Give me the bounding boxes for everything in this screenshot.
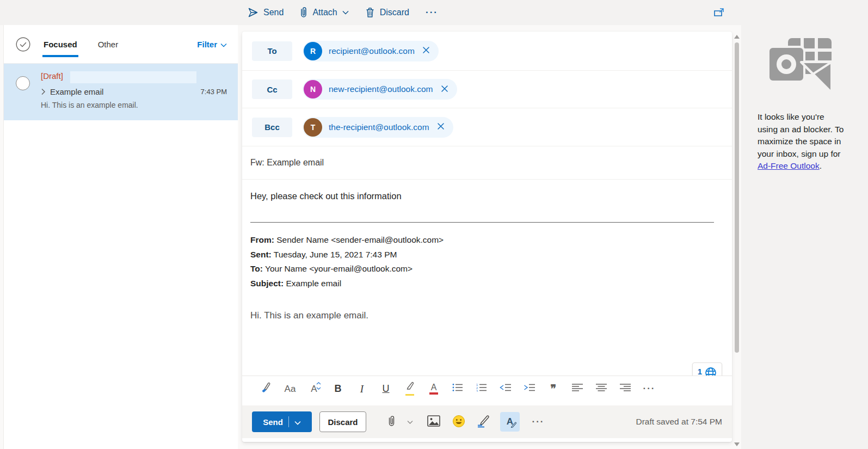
message-preview: Hi. This is an example email. <box>41 99 227 112</box>
font-color-swatch <box>429 392 438 395</box>
remove-recipient-button[interactable] <box>422 46 430 56</box>
discard-button-label: Discard <box>328 417 358 427</box>
italic-button[interactable]: I <box>350 379 374 398</box>
decrease-indent-icon <box>500 383 512 395</box>
split-button-divider <box>288 416 289 427</box>
paperclip-icon <box>388 415 395 429</box>
discard-command-label: Discard <box>380 8 409 17</box>
recipient-chip-to[interactable]: R recipient@outlook.com <box>303 41 439 61</box>
remove-recipient-button[interactable] <box>437 122 445 132</box>
quoted-sent-line: Sent: Tuesday, June 15, 2021 7:43 PM <box>250 248 444 262</box>
popout-icon <box>713 11 724 20</box>
circle-check-icon <box>16 45 30 53</box>
discard-button[interactable]: Discard <box>319 411 366 432</box>
outlook-ad-logo-icon <box>767 37 868 96</box>
chevron-down-icon <box>342 10 349 15</box>
font-button[interactable]: Aa <box>278 379 302 398</box>
tab-focused-label: Focused <box>44 40 77 49</box>
close-icon <box>437 124 445 132</box>
list-item-draft-email[interactable]: [Draft] Example email 7:43 PM Hi. This i… <box>4 64 238 120</box>
increase-indent-button[interactable] <box>518 379 541 398</box>
align-right-button[interactable] <box>613 379 637 398</box>
align-center-button[interactable] <box>589 379 613 398</box>
subject-field[interactable]: Fw: Example email <box>242 146 732 180</box>
quoted-to-line: To: Your Name <your-email@outlook.com> <box>250 262 444 276</box>
recipient-email: recipient@outlook.com <box>329 46 415 56</box>
attach-command-button[interactable]: Attach <box>300 7 348 19</box>
align-right-icon <box>620 383 631 395</box>
more-formatting-button[interactable]: ··· <box>637 379 661 398</box>
remove-recipient-button[interactable] <box>441 85 448 94</box>
font-color-button[interactable]: A <box>422 379 446 398</box>
avatar: N <box>304 80 322 99</box>
svg-text:3: 3 <box>476 389 478 392</box>
highlighter-icon <box>404 382 415 393</box>
chevron-right-icon[interactable] <box>41 88 46 95</box>
cc-button[interactable]: Cc <box>252 79 292 99</box>
filter-button[interactable]: Filter <box>197 40 227 49</box>
trash-icon <box>365 7 375 18</box>
editor-button[interactable]: A <box>500 412 520 432</box>
highlight-color-swatch <box>405 394 414 396</box>
to-row: To R recipient@outlook.com <box>242 32 732 71</box>
underline-icon: U <box>383 384 390 393</box>
up-down-carets-icon <box>316 382 321 392</box>
vertical-scrollbar[interactable] <box>732 32 741 449</box>
picture-icon <box>427 415 440 428</box>
insert-picture-button[interactable] <box>424 412 444 432</box>
decrease-indent-button[interactable] <box>494 379 518 398</box>
scrollbar-thumb[interactable] <box>735 42 739 353</box>
bcc-button[interactable]: Bcc <box>252 118 292 137</box>
blockquote-button[interactable]: ❞ <box>541 379 565 398</box>
font-size-button[interactable]: A <box>302 379 326 398</box>
to-button-label: To <box>267 46 276 56</box>
discard-command-button[interactable]: Discard <box>365 7 409 18</box>
ad-blocker-panel: It looks like you're using an ad blocker… <box>741 25 868 449</box>
compose-pane: To R recipient@outlook.com Cc N new-reci… <box>242 32 732 442</box>
recipient-chip-cc[interactable]: N new-recipient@outlook.com <box>303 79 457 100</box>
bold-button[interactable]: B <box>326 379 350 398</box>
bcc-button-label: Bcc <box>264 122 280 132</box>
to-button[interactable]: To <box>252 41 292 61</box>
align-left-button[interactable] <box>565 379 589 398</box>
more-actions-button[interactable]: ··· <box>528 412 548 432</box>
font-color-icon: A <box>431 383 437 392</box>
chevron-down-icon <box>407 418 413 426</box>
scroll-down-icon[interactable] <box>734 442 740 446</box>
attach-file-button[interactable] <box>381 412 401 432</box>
badge-count: 1 <box>698 367 702 376</box>
tab-other[interactable]: Other <box>97 35 120 53</box>
message-subject: Example email <box>50 87 103 96</box>
message-select-radio[interactable] <box>16 76 30 90</box>
open-in-new-window-button[interactable] <box>713 7 724 20</box>
tab-other-label: Other <box>98 40 119 49</box>
close-icon <box>441 86 448 94</box>
bullet-list-button[interactable] <box>446 379 470 398</box>
attach-options-chevron[interactable] <box>403 412 416 432</box>
ad-blocker-message: It looks like you're using an ad blocker… <box>758 111 847 173</box>
message-body-editor[interactable]: Hey, please check out this information F… <box>242 180 732 376</box>
tab-focused[interactable]: Focused <box>42 35 78 53</box>
close-icon <box>422 47 430 56</box>
attach-command-label: Attach <box>312 8 337 17</box>
more-commands-button[interactable]: ··· <box>426 7 438 18</box>
format-painter-button[interactable] <box>254 379 278 398</box>
numbered-list-icon: 123 <box>476 383 487 395</box>
underline-button[interactable]: U <box>374 379 398 398</box>
quoted-subject-line: Subject: Example email <box>250 276 444 291</box>
ad-free-outlook-link[interactable]: Ad-Free Outlook <box>758 161 820 170</box>
insert-emoji-button[interactable] <box>449 412 469 432</box>
scroll-up-icon[interactable] <box>734 35 740 39</box>
draw-ink-button[interactable] <box>474 412 494 432</box>
top-command-bar: Send Attach Discard ··· <box>0 0 868 25</box>
message-list-pane: Focused Other Filter [Draft] Example ema… <box>3 25 238 449</box>
send-button[interactable]: Send <box>252 411 312 432</box>
chevron-down-icon[interactable] <box>294 417 301 427</box>
forwarded-message-divider <box>250 222 714 223</box>
more-icon: ··· <box>426 7 438 18</box>
recipient-chip-bcc[interactable]: T the-recipient@outlook.com <box>303 117 453 138</box>
send-command-button[interactable]: Send <box>248 7 284 18</box>
numbered-list-button[interactable]: 123 <box>470 379 494 398</box>
highlight-button[interactable] <box>398 379 422 398</box>
select-all-button[interactable] <box>16 37 30 52</box>
